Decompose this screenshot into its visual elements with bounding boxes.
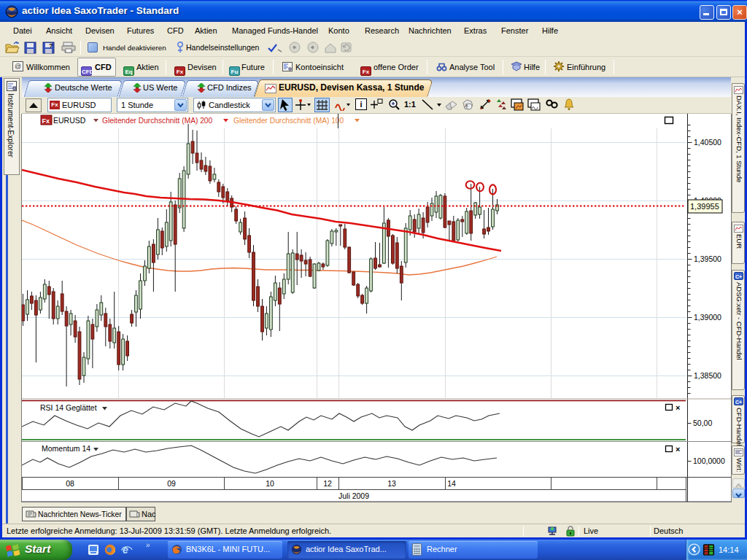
svg-text:1,39955: 1,39955	[690, 202, 719, 211]
svg-text:RSI 14 Geglättet: RSI 14 Geglättet	[40, 403, 97, 412]
svg-text:A: A	[465, 103, 468, 108]
svg-text:?: ?	[49, 42, 53, 50]
svg-text:Juli 2009: Juli 2009	[338, 491, 369, 500]
svg-text:e: e	[123, 544, 128, 556]
svg-text:Momentum 14: Momentum 14	[42, 444, 90, 453]
svg-text:Fx: Fx	[42, 117, 50, 125]
svg-text:10: 10	[266, 479, 274, 488]
svg-text:×: ×	[676, 445, 680, 454]
svg-text:×: ×	[676, 403, 680, 412]
svg-text:12: 12	[323, 479, 332, 488]
svg-text:@: @	[15, 63, 21, 70]
svg-text:EURUSD: EURUSD	[53, 116, 86, 125]
svg-text:1,39500: 1,39500	[694, 254, 721, 263]
svg-text:14: 14	[447, 479, 456, 488]
svg-text:Gleitender Durchschnitt (MA) 1: Gleitender Durchschnitt (MA) 100	[233, 117, 344, 125]
svg-text:1,40500: 1,40500	[694, 138, 721, 147]
svg-text:1,38500: 1,38500	[694, 371, 721, 380]
svg-text:09: 09	[167, 479, 176, 488]
svg-text:100,0000: 100,0000	[693, 456, 725, 465]
svg-text:08: 08	[66, 479, 74, 488]
svg-text:Gleitender Durchschnitt (MA) 2: Gleitender Durchschnitt (MA) 200	[102, 117, 213, 125]
svg-text:13: 13	[387, 479, 396, 488]
svg-text:1,39000: 1,39000	[694, 313, 721, 322]
svg-text:50,00: 50,00	[693, 419, 712, 427]
